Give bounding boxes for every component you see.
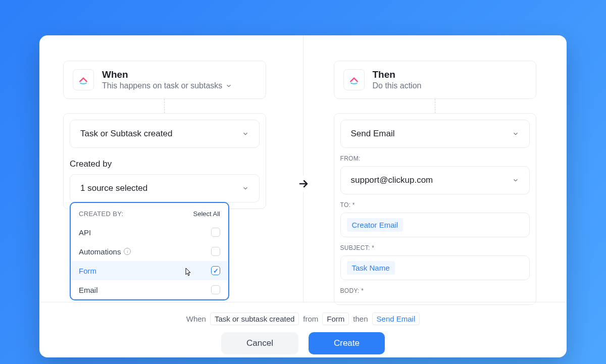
trigger-group: Task or Subtask created Created by 1 sou…: [63, 113, 266, 209]
dropdown-item-automations[interactable]: Automations i: [71, 242, 228, 261]
source-select[interactable]: 1 source selected: [70, 174, 260, 202]
info-icon[interactable]: i: [124, 248, 131, 255]
clickup-logo-icon: [78, 75, 88, 85]
select-all-link[interactable]: Select All: [193, 210, 220, 218]
created-by-label: Created by: [70, 159, 260, 169]
subject-field[interactable]: Task Name: [340, 255, 530, 280]
dropdown-header-label: CREATED BY:: [79, 210, 123, 218]
chevron-down-icon: [512, 177, 519, 184]
when-subtitle-text: This happens on task or subtasks: [102, 81, 222, 90]
chevron-down-icon: [512, 130, 519, 137]
when-header-card: When This happens on task or subtasks: [63, 61, 266, 99]
action-select-label: Send Email: [351, 129, 395, 139]
checkbox[interactable]: [211, 228, 220, 237]
then-header-card: Then Do this action: [334, 61, 537, 99]
action-group: Send Email FROM: support@clickup.com TO:…: [334, 113, 537, 305]
checkbox[interactable]: [211, 247, 220, 256]
then-title: Then: [373, 69, 527, 80]
main-area: When This happens on task or subtasks Ta…: [39, 35, 567, 302]
clickup-logo-box: [73, 69, 94, 90]
create-button[interactable]: Create: [309, 332, 385, 354]
to-label: TO: *: [340, 201, 530, 209]
summary-from: from: [303, 315, 318, 323]
arrow-right-icon: [297, 178, 310, 190]
summary-action-pill: Send Email: [372, 313, 420, 325]
chevron-down-icon: [225, 82, 232, 89]
dropdown-item-form[interactable]: Form: [71, 261, 228, 280]
cancel-button[interactable]: Cancel: [221, 332, 298, 354]
when-title: When: [102, 69, 257, 80]
summary-bar: When Task or subtask created from Form t…: [186, 313, 420, 325]
trigger-select[interactable]: Task or Subtask created: [70, 120, 260, 148]
chevron-down-icon: [242, 185, 249, 192]
summary-then: then: [353, 315, 368, 323]
then-column: Then Do this action Send Email FROM: sup…: [304, 35, 567, 302]
source-select-label: 1 source selected: [80, 183, 147, 193]
subject-chip[interactable]: Task Name: [347, 261, 395, 275]
when-column: When This happens on task or subtasks Ta…: [39, 35, 304, 302]
then-subtitle: Do this action: [373, 81, 527, 90]
summary-when: When: [186, 315, 206, 323]
subject-label: SUBJECT: *: [340, 244, 530, 251]
to-field[interactable]: Creator Email: [340, 213, 530, 237]
checkbox[interactable]: [211, 285, 220, 294]
connector-line: [435, 99, 435, 113]
from-label: FROM:: [340, 155, 530, 162]
dropdown-item-label: Form: [79, 267, 96, 275]
when-subtitle[interactable]: This happens on task or subtasks: [102, 81, 257, 90]
from-value: support@clickup.com: [351, 175, 433, 185]
action-select[interactable]: Send Email: [340, 120, 530, 148]
dropdown-item-email[interactable]: Email: [71, 280, 228, 299]
body-label: BODY: *: [340, 287, 530, 294]
chevron-down-icon: [242, 130, 249, 137]
connector-line: [164, 99, 165, 113]
clickup-logo-icon: [349, 75, 359, 85]
trigger-select-label: Task or Subtask created: [80, 129, 172, 139]
checkbox-checked[interactable]: [211, 266, 220, 275]
dropdown-item-label: Automations: [79, 247, 121, 256]
dropdown-item-label: API: [79, 228, 91, 237]
footer: When Task or subtask created from Form t…: [39, 302, 567, 357]
from-select[interactable]: support@clickup.com: [340, 166, 530, 194]
automation-modal: When This happens on task or subtasks Ta…: [39, 35, 567, 357]
button-row: Cancel Create: [221, 332, 385, 354]
summary-source-pill: Form: [322, 313, 349, 325]
arrow-connector: [295, 176, 312, 192]
dropdown-item-api[interactable]: API: [71, 223, 228, 242]
dropdown-item-label: Email: [79, 286, 98, 294]
summary-trigger-pill: Task or subtask created: [210, 313, 299, 325]
clickup-logo-box: [343, 69, 365, 90]
cursor-icon: [183, 268, 191, 279]
created-by-dropdown: CREATED BY: Select All API Automations i…: [70, 202, 229, 300]
to-chip[interactable]: Creator Email: [347, 218, 403, 232]
